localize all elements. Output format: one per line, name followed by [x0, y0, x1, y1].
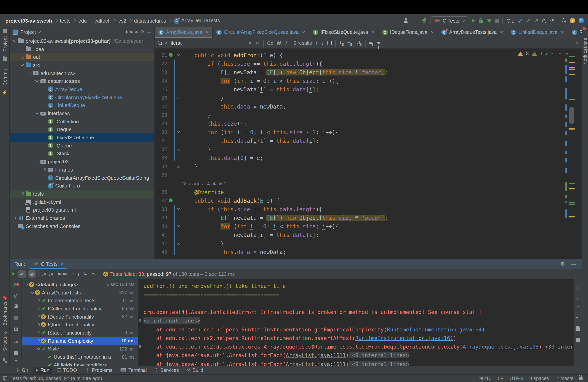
breadcrumb-item[interactable]: edu [78, 18, 87, 23]
stack-trace-link[interactable]: ArrayList.java:1511 [286, 352, 346, 359]
tree-item[interactable]: project03 [10, 158, 154, 166]
rerun-failed-tests-icon[interactable] [10, 282, 22, 286]
structure-icon[interactable]: ▚ [3, 358, 7, 363]
collapsed-chevron[interactable] [12, 217, 18, 219]
toolwindow-button-git[interactable]: Git [13, 367, 31, 374]
ide-update-icon[interactable]: ↑ [570, 18, 575, 23]
editor-tab[interactable]: CArrayDequeTests.java✕ [438, 27, 507, 38]
collapsed-chevron[interactable] [20, 48, 25, 50]
test-tree-row[interactable]: ✕ArrayDequeTests317 ms [22, 288, 138, 297]
stripe-structure-tab[interactable]: Structure [2, 331, 7, 351]
close-tab-icon[interactable]: ✕ [561, 30, 564, 35]
close-run-tab-icon[interactable]: ✕ [60, 261, 64, 266]
collapsed-chevron[interactable] [20, 56, 25, 58]
prev-occurrence-icon[interactable]: ↑ [315, 40, 318, 46]
git-update-icon[interactable]: ↙ [518, 18, 522, 24]
stripe-commit-tab[interactable]: Commit [2, 69, 7, 85]
test-tree-row[interactable]: ✔ICollection Functionality86 ms [22, 305, 138, 313]
expanded-chevron[interactable] [36, 348, 41, 350]
scroll-to-end-icon[interactable] [574, 316, 582, 320]
collapsed-chevron[interactable] [36, 340, 41, 342]
status-message[interactable]: Tests failed: 33, passed: 97 (a minute a… [10, 376, 102, 381]
collapsed-chevron[interactable] [42, 169, 47, 171]
expanded-chevron[interactable] [34, 161, 40, 162]
fold-close-marker[interactable] [177, 148, 180, 152]
code-with-me-icon[interactable] [579, 18, 584, 23]
tree-item[interactable]: CCircularArrayFixedSizeQueue [10, 93, 154, 101]
stack-trace-link[interactable]: RuntimeInstrumentation.java:64 [387, 326, 482, 332]
bookmark-icon[interactable]: 🔖 [2, 295, 7, 300]
user-dropdown-chevron[interactable] [411, 19, 415, 22]
project-panel-title[interactable]: Project [20, 29, 36, 35]
plugin-bolt-icon[interactable]: ⚡ [2, 90, 7, 95]
console-fold-icon[interactable]: ⊞ [139, 316, 141, 325]
collapsed-chevron[interactable] [36, 332, 41, 334]
next-failed-test-icon[interactable]: ↓ [77, 271, 80, 277]
editor-tab[interactable]: IIDequeTests.java✕ [379, 27, 438, 38]
breadcrumb-item[interactable]: datastructures [134, 18, 166, 23]
test-settings-wrench-icon[interactable] [10, 304, 22, 309]
stop-button[interactable] [495, 19, 499, 22]
breadcrumb-item[interactable]: tests [60, 18, 71, 23]
show-passed-toggle[interactable]: ✔ [18, 270, 26, 277]
clear-console-icon[interactable] [574, 338, 582, 342]
close-tab-icon[interactable]: ✕ [205, 30, 209, 35]
tree-item[interactable]: IICollection [10, 117, 154, 126]
breadcrumb-item[interactable]: cs2 [118, 18, 126, 23]
fold-open-marker[interactable] [177, 208, 180, 209]
expanded-chevron[interactable] [34, 81, 40, 82]
prev-failed-test-icon[interactable]: ↑ [72, 271, 74, 277]
stripe-bookmarks-tab[interactable]: Bookmarks [2, 301, 7, 326]
project-view-chevron[interactable] [38, 30, 41, 33]
regex-toggle[interactable]: .* [284, 40, 288, 46]
rollback-icon[interactable]: ↺ [550, 18, 554, 23]
editor-tab[interactable]: CLinkedDeque.java✕ [507, 27, 568, 38]
toolwindow-button-terminal[interactable]: ⌨Terminal [117, 367, 150, 374]
tree-item[interactable]: CCircularArrayFixedSizeQueueGuitarString [10, 174, 154, 182]
editor-tab[interactable]: CArrayDeque.java✕ [155, 27, 213, 38]
expanded-chevron[interactable] [24, 284, 29, 285]
toolwindow-button-build[interactable]: ⚒Build [184, 367, 206, 374]
minimize-panel-icon[interactable]: — [571, 261, 576, 267]
build-hammer-icon[interactable] [421, 18, 427, 23]
console-fold-icon[interactable]: ⊞ [139, 360, 141, 366]
layout-icon[interactable] [3, 376, 7, 381]
search-options-icon[interactable]: ≡I [369, 40, 373, 46]
debug-button[interactable] [479, 18, 483, 23]
stripe-project-tab[interactable]: Project [2, 36, 7, 52]
next-occurrence-icon[interactable]: ↓ [321, 40, 324, 46]
test-tree-row[interactable]: ✔Style122 ms [22, 345, 138, 353]
fold-close-marker[interactable] [177, 97, 180, 100]
soft-wrap-icon[interactable] [574, 307, 582, 310]
fold-open-marker[interactable] [177, 54, 180, 55]
code-editor[interactable]: 8 1 ✔2 20 @Override21 public void addFro… [155, 49, 582, 259]
hide-panel-icon[interactable]: — [147, 29, 151, 35]
test-history-clock-icon[interactable]: ◷ [83, 271, 89, 277]
add-occurrence-icon[interactable]: +II [339, 40, 344, 46]
scroll-down-icon[interactable]: ↓ [574, 296, 582, 301]
file-encoding[interactable]: UTF-8 [510, 376, 524, 381]
filter-occurrence-icon[interactable]: ☑II [356, 40, 362, 46]
collapsed-chevron[interactable] [36, 324, 41, 326]
more-icons-chevrons[interactable]: » [10, 358, 22, 363]
close-tab-icon[interactable]: ✕ [500, 30, 503, 35]
collapsed-chevron[interactable] [20, 193, 25, 195]
tree-item[interactable]: .idea [10, 45, 154, 53]
tree-item[interactable]: IIFixedSizeQueue [10, 134, 154, 142]
test-console-output[interactable]: addFront() and removeFront() take linear… [138, 279, 574, 366]
collapsed-chevron[interactable] [36, 308, 41, 310]
lock-icon[interactable] [579, 377, 583, 380]
test-tree-row[interactable]: ✕IDeque Functionality82 ms [22, 313, 138, 321]
filter-funnel-icon[interactable] [377, 42, 381, 44]
console-fold-icon[interactable]: ⊞ [139, 342, 141, 351]
run-tab[interactable]: C Tests ✕ [32, 259, 65, 269]
test-tree-row[interactable]: ✔Uses this(...) notation in a81 ms [22, 353, 138, 361]
caret-position[interactable]: 196:10 [477, 376, 491, 381]
sort-alphabetically-icon[interactable]: ↓a [42, 271, 46, 277]
toolwindow-button-services[interactable]: ⬡Services [151, 367, 182, 374]
layout-icon[interactable] [10, 351, 22, 355]
breadcrumb-item[interactable]: caltech [94, 18, 110, 23]
tree-item[interactable]: edu.caltech.cs2 [10, 69, 154, 77]
toolwindow-button-run[interactable]: Run [33, 367, 53, 374]
fold-close-marker[interactable] [177, 242, 180, 246]
